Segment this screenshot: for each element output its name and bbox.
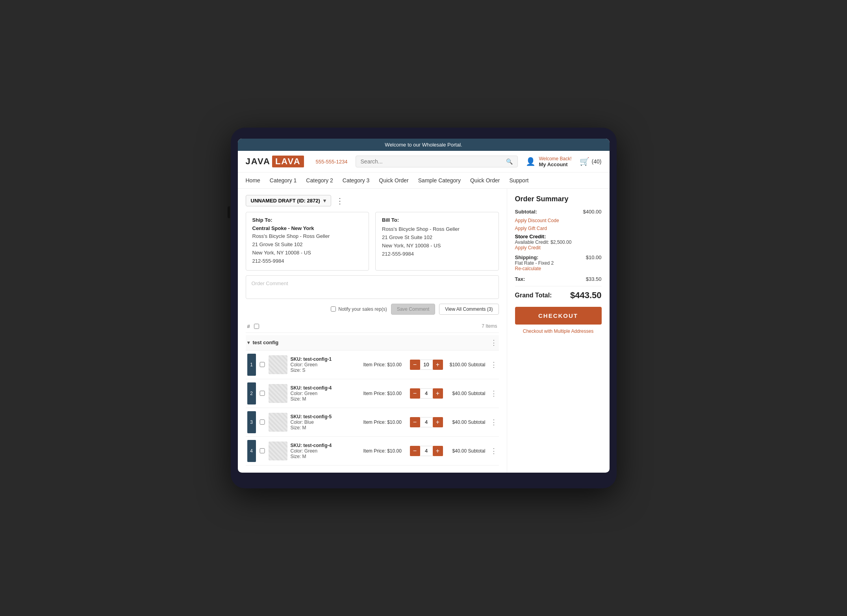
qty-value-2: 4 [420, 388, 433, 399]
notify-check[interactable]: Notify your sales rep(s) [331, 306, 387, 312]
search-input[interactable] [361, 158, 503, 165]
qty-value-4: 4 [420, 446, 433, 456]
tax-row: Tax: $33.50 [515, 276, 602, 286]
apply-credit-link[interactable]: Apply Credit [515, 245, 602, 250]
item-subtotal-1: $100.00 Subtotal [446, 362, 486, 367]
item-price-4: Item Price: $10.00 [363, 448, 407, 454]
apply-gift-link[interactable]: Apply Gift Card [515, 226, 602, 231]
qty-control-2: − 4 + [410, 388, 443, 399]
logo-java: JAVA [246, 156, 271, 167]
item-subtotal-3: $40.00 Subtotal [446, 419, 486, 425]
items-header: # 7 Items [246, 320, 499, 333]
checkout-button[interactable]: CHECKOUT [515, 307, 602, 325]
grand-total-label: Grand Total: [515, 292, 552, 299]
account-section[interactable]: 👤 Welcome Back! My Account [526, 156, 571, 167]
nav-sample-category[interactable]: Sample Category [418, 176, 461, 185]
cart-icon-section[interactable]: 🛒 (40) [580, 157, 602, 166]
item-options-dots-2[interactable]: ⋮ [490, 389, 497, 398]
item-details-1: SKU: test-config-1 Color: Green Size: S [291, 356, 360, 373]
account-icon: 👤 [526, 157, 536, 166]
select-all-checkbox[interactable] [254, 324, 259, 329]
nav-quick-order2[interactable]: Quick Order [470, 176, 500, 185]
nav-home[interactable]: Home [246, 176, 260, 185]
qty-decrease-3[interactable]: − [410, 417, 420, 427]
qty-increase-4[interactable]: + [433, 446, 443, 456]
view-comments-button[interactable]: View All Comments (3) [439, 304, 499, 315]
qty-increase-3[interactable]: + [433, 417, 443, 427]
subtotal-row: Subtotal: $400.00 [515, 209, 602, 215]
item-checkbox-4[interactable] [259, 448, 265, 453]
comment-area[interactable]: Order Comment [246, 275, 499, 299]
item-number-2: 2 [247, 382, 256, 404]
qty-value-3: 4 [420, 417, 433, 427]
item-image-2 [269, 384, 287, 403]
ship-to-line3: New York, NY 10008 - US [252, 249, 363, 257]
notify-label: Notify your sales rep(s) [338, 306, 387, 312]
bill-to-line3: New York, NY 10008 - US [382, 242, 492, 250]
order-area: UNNAMED DRAFT (ID: 2872) ▾ ⋮ Ship To: Ce… [238, 189, 507, 472]
config-chevron-icon: ▾ [247, 340, 250, 345]
item-number-1: 1 [247, 354, 256, 376]
search-bar[interactable]: 🔍 [356, 156, 518, 167]
qty-increase-2[interactable]: + [433, 388, 443, 399]
table-row: 4 SKU: test-config-4 Color: Green Size: … [246, 437, 499, 466]
recalculate-link[interactable]: Re-calculate [515, 266, 554, 271]
order-summary-title: Order Summary [515, 195, 602, 203]
item-size-2: Size: M [291, 396, 360, 402]
qty-value-1: 10 [420, 360, 433, 370]
table-row: 3 SKU: test-config-5 Color: Blue Size: M… [246, 408, 499, 437]
draft-options-dots[interactable]: ⋮ [336, 196, 344, 206]
item-color-1: Color: Green [291, 362, 360, 367]
logo[interactable]: JAVA LAVA [246, 156, 304, 167]
comment-placeholder: Order Comment [252, 280, 288, 286]
my-account-label: My Account [539, 161, 571, 167]
item-image-1 [269, 355, 287, 374]
apply-discount-link[interactable]: Apply Discount Code [515, 218, 602, 223]
config-name: test config [253, 340, 279, 345]
qty-decrease-4[interactable]: − [410, 446, 420, 456]
cart-count: (40) [592, 158, 602, 165]
nav-category2[interactable]: Category 2 [306, 176, 333, 185]
qty-control-4: − 4 + [410, 446, 443, 456]
items-count: 7 Items [482, 323, 497, 329]
phone-number: 555-555-1234 [316, 159, 348, 165]
item-color-3: Color: Blue [291, 419, 360, 425]
qty-decrease-2[interactable]: − [410, 388, 420, 399]
item-options-dots-1[interactable]: ⋮ [490, 360, 497, 369]
welcome-text: Welcome Back! [539, 156, 571, 161]
item-details-2: SKU: test-config-4 Color: Green Size: M [291, 385, 360, 402]
config-options-dots[interactable]: ⋮ [490, 338, 497, 347]
item-size-1: Size: S [291, 367, 360, 373]
item-checkbox-2[interactable] [259, 391, 265, 396]
nav-quick-order1[interactable]: Quick Order [379, 176, 408, 185]
tax-value: $33.50 [586, 276, 602, 282]
item-price-3: Item Price: $10.00 [363, 419, 407, 425]
item-details-4: SKU: test-config-4 Color: Green Size: M [291, 443, 360, 459]
qty-decrease-1[interactable]: − [410, 360, 420, 370]
item-checkbox-3[interactable] [259, 419, 265, 425]
order-summary: Order Summary Subtotal: $400.00 Apply Di… [507, 189, 610, 472]
chevron-down-icon: ▾ [323, 198, 326, 204]
draft-selector[interactable]: UNNAMED DRAFT (ID: 2872) ▾ [246, 195, 331, 206]
nav-support[interactable]: Support [509, 176, 528, 185]
qty-control-1: − 10 + [410, 360, 443, 370]
item-color-2: Color: Green [291, 391, 360, 396]
shipping-value: $10.00 [586, 254, 602, 274]
item-options-dots-3[interactable]: ⋮ [490, 418, 497, 427]
store-credit-section: Store Credit: Available Credit: $2,500.0… [515, 234, 602, 250]
qty-increase-1[interactable]: + [433, 360, 443, 370]
save-comment-button[interactable]: Save Comment [391, 304, 436, 315]
table-row: 1 SKU: test-config-1 Color: Green Size: … [246, 351, 499, 379]
item-sku-3: SKU: test-config-5 [291, 414, 360, 419]
item-sku-4: SKU: test-config-4 [291, 443, 360, 448]
checkout-multiple-link[interactable]: Checkout with Multiple Addresses [515, 328, 602, 334]
notify-checkbox[interactable] [331, 306, 336, 312]
bill-to-label: Bill To: [382, 217, 492, 223]
search-icon: 🔍 [506, 158, 513, 165]
item-options-dots-4[interactable]: ⋮ [490, 447, 497, 455]
item-checkbox-1[interactable] [259, 362, 265, 367]
nav-category3[interactable]: Category 3 [343, 176, 369, 185]
ship-to-phone: 212-555-9984 [252, 257, 363, 265]
grand-total-amount: $443.50 [570, 290, 602, 301]
nav-category1[interactable]: Category 1 [270, 176, 297, 185]
